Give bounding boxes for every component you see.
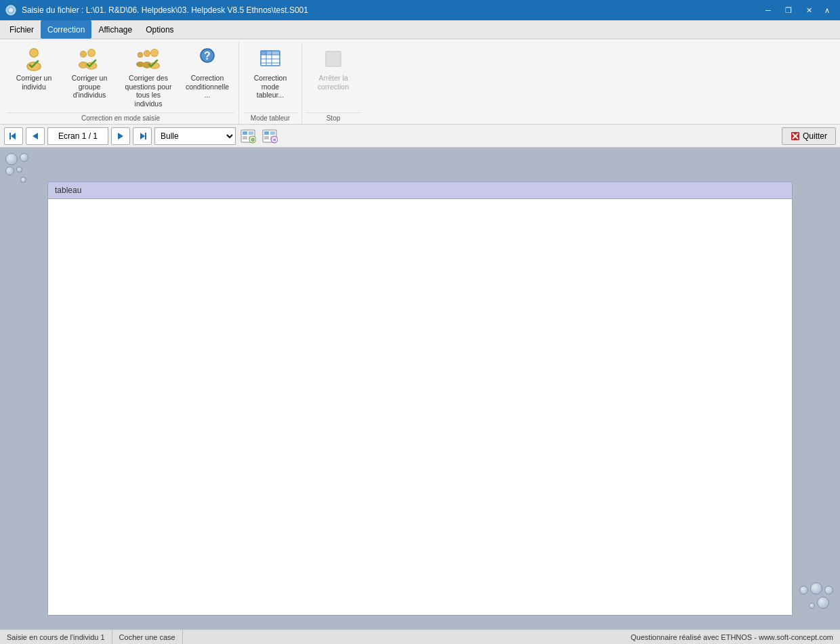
bubble-small-2 (20, 177, 26, 183)
bubble-decoration-bottom (799, 582, 833, 609)
svg-rect-34 (266, 51, 272, 55)
toolbar-select-wrapper: Bulle Liste Tableau (154, 127, 236, 145)
bubble-medium (20, 153, 28, 162)
title-bar-controls: ─ ❐ ✕ ∧ (759, 3, 835, 18)
quit-button[interactable]: Quitter (782, 127, 836, 145)
svg-rect-45 (249, 131, 253, 135)
main-content: tableau (0, 148, 840, 629)
svg-text:⚙: ⚙ (251, 137, 255, 142)
ribbon-group-stop-inner: Arrêter la correction Stop (306, 42, 360, 124)
panel-body (47, 198, 793, 616)
app-icon (5, 5, 16, 16)
nav-first-button[interactable] (4, 127, 23, 145)
svg-marker-39 (33, 133, 38, 139)
quit-label: Quitter (803, 131, 827, 141)
minimize-button[interactable]: ─ (759, 3, 778, 18)
status-segment-2: Cocher une case (112, 630, 183, 644)
corriger-tous-button[interactable]: Corriger des questions pour tous les ind… (118, 42, 179, 111)
title-bar-title: Saisie du fichier : L:\01. R&D\06. Helpd… (22, 5, 308, 15)
display-mode-select[interactable]: Bulle Liste Tableau (154, 127, 236, 145)
arreter-correction-label: Arrêter la correction (311, 74, 356, 91)
bubble-small (16, 167, 22, 173)
menu-bar: Fichier Correction Affichage Options (0, 20, 840, 39)
corriger-individu-button[interactable]: Corriger un individu (7, 42, 61, 94)
svg-rect-51 (264, 131, 269, 135)
arreter-correction-icon (320, 45, 347, 72)
ribbon-group-inner: Corriger un individu (7, 42, 234, 124)
bubble-medium-2 (5, 167, 14, 175)
status-segment-3: Questionnaire réalisé avec ETHNOS - www.… (624, 630, 840, 644)
restore-button[interactable]: ❐ (779, 3, 798, 18)
panel-header: tableau (47, 181, 793, 198)
close-button[interactable]: ✕ (799, 3, 818, 18)
correction-mode-tableur-label: Correction mode tableur... (248, 74, 293, 100)
settings-icon-button[interactable]: ⚙ (238, 127, 257, 145)
correction-conditionnelle-label: Correction conditionnelle... (185, 74, 230, 100)
ribbon-group-label-tableur: Mode tableur (243, 112, 297, 124)
svg-marker-42 (140, 133, 145, 139)
svg-rect-35 (272, 51, 280, 55)
title-bar: Saisie du fichier : L:\01. R&D\06. Helpd… (0, 0, 840, 20)
bubble-br-4 (809, 603, 815, 609)
svg-point-22 (151, 49, 158, 56)
bubble-br-1 (799, 586, 808, 595)
nav-last-button[interactable] (133, 127, 152, 145)
correction-mode-tableur-icon (257, 45, 284, 72)
svg-rect-46 (243, 136, 247, 139)
menu-fichier[interactable]: Fichier (3, 20, 41, 39)
content-panel: tableau (47, 181, 793, 616)
svg-point-1 (9, 8, 13, 12)
svg-rect-33 (261, 51, 266, 55)
screen-indicator: Ecran 1 / 1 (47, 127, 108, 145)
bubble-br-5 (817, 597, 829, 609)
correction-conditionnelle-icon: ? (194, 45, 221, 72)
svg-point-19 (144, 51, 150, 56)
bubble-large (5, 153, 18, 165)
bubble-br-3 (824, 586, 833, 595)
svg-rect-36 (326, 51, 341, 66)
toolbar: Ecran 1 / 1 Bulle Liste Tableau ⚙ (0, 125, 840, 148)
status-segment-1: Saisie en cours de l'individu 1 (0, 630, 112, 644)
corriger-tous-icon (135, 45, 162, 72)
corriger-tous-label: Corriger des questions pour tous les ind… (123, 74, 174, 108)
ribbon-buttons-stop: Arrêter la correction (306, 42, 360, 111)
ribbon-group-correction-saisie: Corriger un individu (3, 42, 239, 124)
bubble-decoration-top (5, 153, 28, 183)
ribbon-group-tableur-inner: Correction mode tableur... Mode tableur (243, 42, 297, 124)
data-icon-button[interactable]: ≡ (260, 127, 279, 145)
svg-text:?: ? (204, 50, 211, 62)
corriger-groupe-label: Corriger un groupe d'individus (67, 74, 112, 100)
svg-point-12 (88, 49, 95, 56)
status-bar: Saisie en cours de l'individu 1 Cocher u… (0, 629, 840, 644)
ribbon-group-tableur: Correction mode tableur... Mode tableur (239, 42, 302, 124)
nav-next-button[interactable] (111, 127, 130, 145)
ribbon-buttons-tableur: Correction mode tableur... (243, 42, 297, 111)
menu-correction[interactable]: Correction (41, 20, 91, 39)
svg-point-8 (81, 51, 86, 57)
svg-marker-40 (118, 133, 123, 139)
svg-text:≡: ≡ (273, 137, 276, 142)
bubble-br-2 (810, 582, 822, 595)
svg-rect-44 (243, 131, 247, 135)
correction-mode-tableur-button[interactable]: Correction mode tableur... (243, 42, 297, 103)
chevron-button[interactable]: ∧ (820, 3, 835, 18)
ribbon-buttons-saisie: Corriger un individu (7, 42, 234, 111)
nav-prev-button[interactable] (26, 127, 45, 145)
svg-point-4 (30, 49, 38, 57)
ribbon-group-label-stop: Stop (306, 112, 360, 124)
svg-rect-52 (270, 131, 275, 135)
ribbon-group-label-saisie: Correction en mode saisie (7, 112, 234, 124)
svg-point-5 (28, 63, 40, 70)
menu-affichage[interactable]: Affichage (91, 20, 139, 39)
corriger-groupe-icon (76, 45, 103, 72)
ribbon-group-stop: Arrêter la correction Stop (302, 42, 364, 124)
ribbon: Corriger un individu (0, 39, 840, 125)
corriger-groupe-button[interactable]: Corriger un groupe d'individus (62, 42, 117, 103)
arreter-correction-button[interactable]: Arrêter la correction (306, 42, 360, 94)
title-bar-left: Saisie du fichier : L:\01. R&D\06. Helpd… (5, 5, 308, 16)
svg-rect-53 (264, 136, 269, 139)
menu-options[interactable]: Options (139, 20, 180, 39)
correction-conditionnelle-button[interactable]: ? Correction conditionnelle... (180, 42, 234, 103)
corriger-individu-label: Corriger un individu (12, 74, 56, 91)
corriger-individu-icon (20, 45, 47, 72)
